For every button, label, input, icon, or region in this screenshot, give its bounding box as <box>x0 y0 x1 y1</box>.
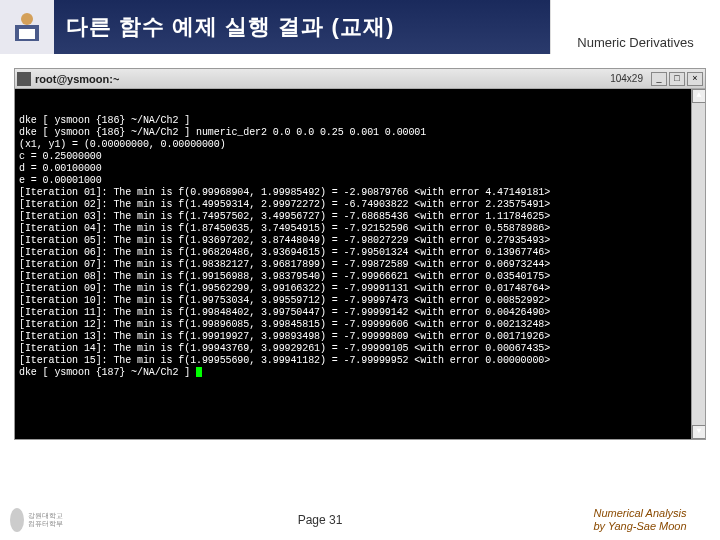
svg-point-1 <box>21 13 33 25</box>
footer-credit: Numerical Analysis by Yang-Sae Moon <box>570 507 720 533</box>
slide-footer: 강원대학교 컴퓨터학부 Page 31 Numerical Analysis b… <box>0 500 720 540</box>
close-button[interactable]: × <box>687 72 703 86</box>
scroll-up-button[interactable]: ▲ <box>692 89 705 103</box>
cursor <box>196 367 202 377</box>
logo-text: 강원대학교 컴퓨터학부 <box>28 512 70 528</box>
terminal-body: dke [ ysmoon {186} ~/NA/Ch2 ] dke [ ysmo… <box>15 89 705 439</box>
terminal-title: root@ysmoon:~ <box>35 73 610 85</box>
slide-topic: Numeric Derivatives <box>550 0 720 54</box>
logo-circle <box>10 508 24 532</box>
minimize-button[interactable]: _ <box>651 72 667 86</box>
terminal-titlebar: root@ysmoon:~ 104x29 _ □ × <box>15 69 705 89</box>
page-number: Page 31 <box>70 513 570 527</box>
svg-rect-2 <box>19 29 35 39</box>
terminal-icon <box>17 72 31 86</box>
footer-logo: 강원대학교 컴퓨터학부 <box>10 505 70 535</box>
terminal-window: root@ysmoon:~ 104x29 _ □ × dke [ ysmoon … <box>14 68 706 440</box>
maximize-button[interactable]: □ <box>669 72 685 86</box>
terminal-size: 104x29 <box>610 73 643 84</box>
slide-title: 다른 함수 예제 실행 결과 (교재) <box>54 0 550 54</box>
credit-line-1: Numerical Analysis <box>570 507 710 520</box>
scroll-down-button[interactable]: ▼ <box>692 425 705 439</box>
slide-header: 다른 함수 예제 실행 결과 (교재) Numeric Derivatives <box>0 0 720 54</box>
scrollbar[interactable]: ▲ ▼ <box>691 89 705 439</box>
credit-line-2: by Yang-Sae Moon <box>570 520 710 533</box>
header-icon <box>0 0 54 54</box>
scroll-track[interactable] <box>692 103 705 425</box>
